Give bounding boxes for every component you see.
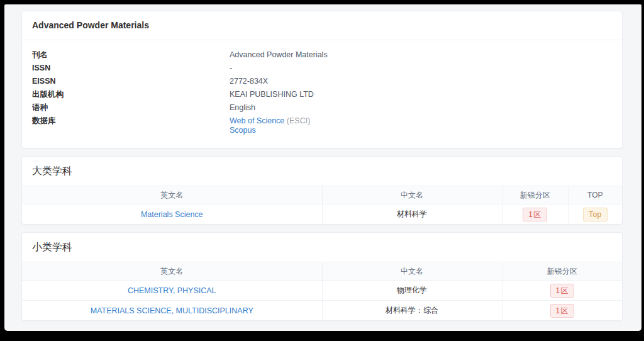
subject-link[interactable]: CHEMISTRY, PHYSICAL	[128, 286, 216, 295]
cell-zh: 材料科学：综合	[322, 301, 502, 321]
table-row: MATERIALS SCIENCE, MULTIDISCIPLINARY 材料科…	[22, 301, 622, 321]
cell-zone: 1区	[502, 301, 622, 321]
content-area: Advanced Powder Materials 刊名 Advanced Po…	[4, 4, 641, 321]
field-value: Advanced Powder Materials	[230, 50, 328, 60]
field-label: 出版机构	[32, 90, 230, 99]
cell-zh: 物理化学	[322, 281, 502, 301]
field-value: 2772-834X	[230, 77, 268, 86]
database-list: Web of Science (ESCI) Scopus	[230, 116, 310, 135]
column-header-en: 英文名	[22, 262, 322, 281]
field-value: -	[230, 64, 232, 73]
top-badge: Top	[583, 208, 608, 221]
table-header-row: 英文名 中文名 新锐分区	[22, 262, 622, 281]
scopus-link[interactable]: Scopus	[230, 126, 256, 135]
field-label: EISSN	[32, 77, 230, 86]
column-header-zone: 新锐分区	[502, 262, 622, 281]
column-header-zh: 中文名	[322, 186, 502, 204]
field-row-language: 语种 English	[32, 103, 612, 113]
cell-en: MATERIALS SCIENCE, MULTIDISCIPLINARY	[22, 301, 322, 321]
cell-en: Materials Science	[22, 204, 322, 225]
field-row-name: 刊名 Advanced Powder Materials	[32, 50, 612, 60]
journal-title: Advanced Powder Materials	[22, 11, 622, 40]
zone-badge: 1区	[550, 284, 575, 298]
field-value: KEAI PUBLISHING LTD	[230, 90, 314, 99]
table-header-row: 英文名 中文名 新锐分区 TOP	[22, 186, 622, 204]
minor-subjects-card: 小类学科 英文名 中文名 新锐分区 CHEMISTRY, PHYSICAL 物理…	[21, 232, 623, 321]
major-subjects-table: 英文名 中文名 新锐分区 TOP Materials Science 材料科学 …	[22, 186, 622, 224]
field-label: 刊名	[32, 50, 230, 60]
minor-subjects-table: 英文名 中文名 新锐分区 CHEMISTRY, PHYSICAL 物理化学 1区…	[22, 262, 622, 320]
column-header-top: TOP	[568, 186, 622, 204]
cell-en: CHEMISTRY, PHYSICAL	[22, 281, 322, 301]
page: Advanced Powder Materials 刊名 Advanced Po…	[4, 4, 641, 331]
field-row-eissn: EISSN 2772-834X	[32, 77, 612, 86]
cell-top: Top	[568, 204, 622, 225]
journal-info-card: Advanced Powder Materials 刊名 Advanced Po…	[21, 11, 623, 148]
field-label: ISSN	[32, 64, 230, 73]
journal-fields: 刊名 Advanced Powder Materials ISSN - EISS…	[22, 40, 622, 148]
column-header-zh: 中文名	[322, 262, 502, 281]
field-value: English	[230, 103, 255, 113]
column-header-zone: 新锐分区	[502, 186, 568, 204]
database-note: (ESCI)	[287, 116, 311, 125]
field-label: 语种	[32, 103, 230, 113]
table-row: CHEMISTRY, PHYSICAL 物理化学 1区	[22, 281, 622, 301]
major-subjects-card: 大类学科 英文名 中文名 新锐分区 TOP Materials Science …	[21, 156, 623, 225]
cell-zone: 1区	[502, 204, 568, 225]
zone-badge: 1区	[523, 208, 547, 221]
subject-link[interactable]: Materials Science	[141, 210, 203, 219]
table-row: Materials Science 材料科学 1区 Top	[22, 204, 622, 225]
column-header-en: 英文名	[22, 186, 322, 204]
zone-badge: 1区	[550, 304, 575, 318]
field-row-publisher: 出版机构 KEAI PUBLISHING LTD	[32, 90, 612, 99]
database-line: Web of Science (ESCI)	[230, 116, 310, 126]
cell-zh: 材料科学	[322, 204, 502, 225]
field-label: 数据库	[32, 116, 230, 135]
subject-link[interactable]: MATERIALS SCIENCE, MULTIDISCIPLINARY	[91, 306, 253, 315]
database-line: Scopus	[230, 126, 310, 135]
cell-zone: 1区	[502, 281, 622, 301]
field-row-databases: 数据库 Web of Science (ESCI) Scopus	[32, 116, 612, 135]
minor-section-title: 小类学科	[22, 233, 622, 262]
field-row-issn: ISSN -	[32, 64, 612, 73]
web-of-science-link[interactable]: Web of Science	[230, 116, 284, 125]
major-section-title: 大类学科	[22, 157, 622, 186]
